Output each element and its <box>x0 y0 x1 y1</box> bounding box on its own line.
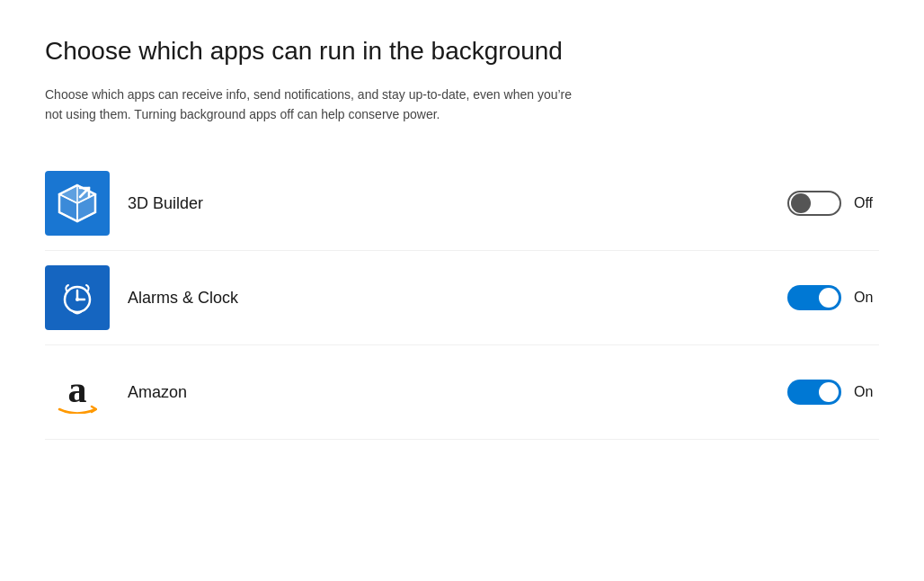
toggle-label-alarms-clock: On <box>854 290 879 306</box>
amazon-a-letter: a <box>68 371 87 408</box>
toggle-amazon[interactable] <box>787 380 841 405</box>
app-icon-3d-builder <box>45 171 110 236</box>
toggle-area-alarms-clock: On <box>771 285 879 310</box>
app-row: 3D Builder Off <box>45 156 879 251</box>
page-title: Choose which apps can run in the backgro… <box>45 36 879 67</box>
toggle-label-amazon: On <box>854 384 879 400</box>
toggle-3d-builder[interactable] <box>787 191 841 216</box>
toggle-knob-amazon <box>819 382 839 402</box>
app-name-3d-builder: 3D Builder <box>128 194 771 213</box>
app-name-amazon: Amazon <box>128 383 771 402</box>
app-name-alarms-clock: Alarms & Clock <box>128 289 771 308</box>
app-icon-amazon: a <box>45 360 110 425</box>
toggle-label-3d-builder: Off <box>854 195 879 211</box>
app-row: Alarms & Clock On <box>45 251 879 345</box>
toggle-knob-3d-builder <box>791 193 811 213</box>
toggle-alarms-clock[interactable] <box>787 285 841 310</box>
toggle-knob-alarms-clock <box>819 288 839 308</box>
page-description: Choose which apps can receive info, send… <box>45 85 584 125</box>
svg-point-9 <box>76 298 79 301</box>
toggle-area-amazon: On <box>771 380 879 405</box>
toggle-area-3d-builder: Off <box>771 191 879 216</box>
app-list: 3D Builder Off <box>45 156 879 440</box>
app-icon-alarms-clock <box>45 265 110 330</box>
app-row: a Amazon On <box>45 345 879 440</box>
